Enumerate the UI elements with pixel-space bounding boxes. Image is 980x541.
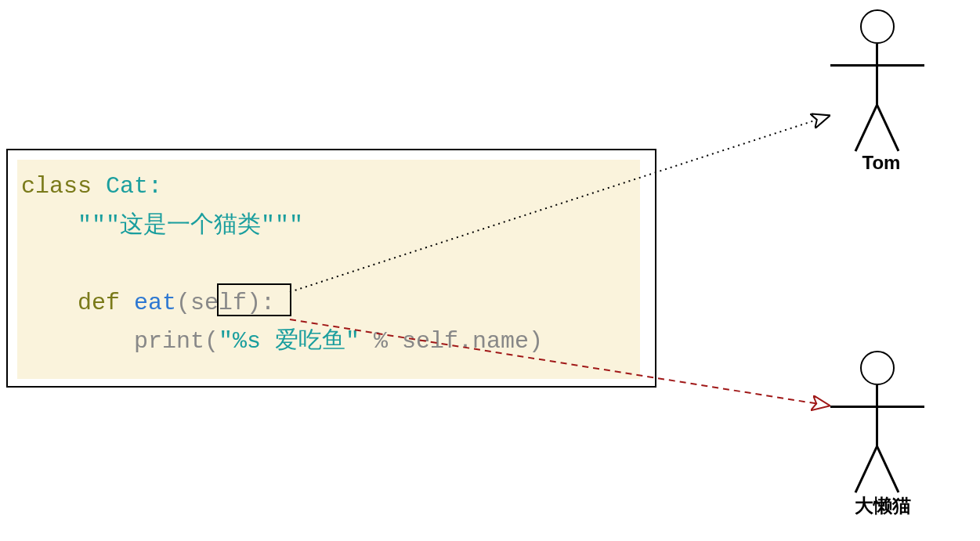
self-highlight-box (217, 283, 291, 316)
figure-label-tom: Tom (858, 152, 905, 174)
string-literal: "%s 爱吃鱼" (219, 328, 360, 355)
stick-head-icon (860, 351, 895, 385)
stick-head-icon (860, 9, 895, 44)
stick-body (876, 385, 878, 448)
class-name: Cat (106, 173, 148, 200)
code-container: class Cat: """这是一个猫类""" def eat(self): p… (6, 149, 656, 388)
docstring: """这是一个猫类""" (78, 212, 303, 239)
self-ref: self (402, 328, 458, 355)
code-line-1: class Cat: (21, 168, 636, 207)
code-line-4: print("%s 爱吃鱼" % self.name) (21, 323, 636, 362)
percent-op: % (360, 328, 402, 355)
figure-label-lazy-cat: 大懒猫 (848, 493, 918, 518)
keyword-class: class (21, 173, 92, 200)
stick-leg-right (876, 104, 899, 151)
lparen2: ( (204, 328, 219, 355)
stick-leg-left (855, 445, 878, 492)
rparen2: ) (529, 328, 543, 355)
stick-body (876, 44, 878, 106)
stick-arms (830, 406, 924, 408)
code-line-2: """这是一个猫类""" (21, 207, 636, 246)
dot: . (458, 328, 472, 355)
keyword-def: def (78, 290, 120, 316)
code-block: class Cat: """这是一个猫类""" def eat(self): p… (17, 160, 640, 379)
print-fn: print (134, 328, 204, 355)
colon: : (148, 173, 162, 200)
stick-leg-left (855, 104, 878, 151)
code-line-blank (21, 245, 636, 284)
attr-name: name (472, 328, 529, 355)
lparen: ( (176, 290, 190, 316)
stick-leg-right (876, 445, 899, 492)
method-name: eat (134, 290, 176, 316)
code-line-3: def eat(self): (21, 284, 636, 323)
stick-arms (830, 64, 924, 67)
